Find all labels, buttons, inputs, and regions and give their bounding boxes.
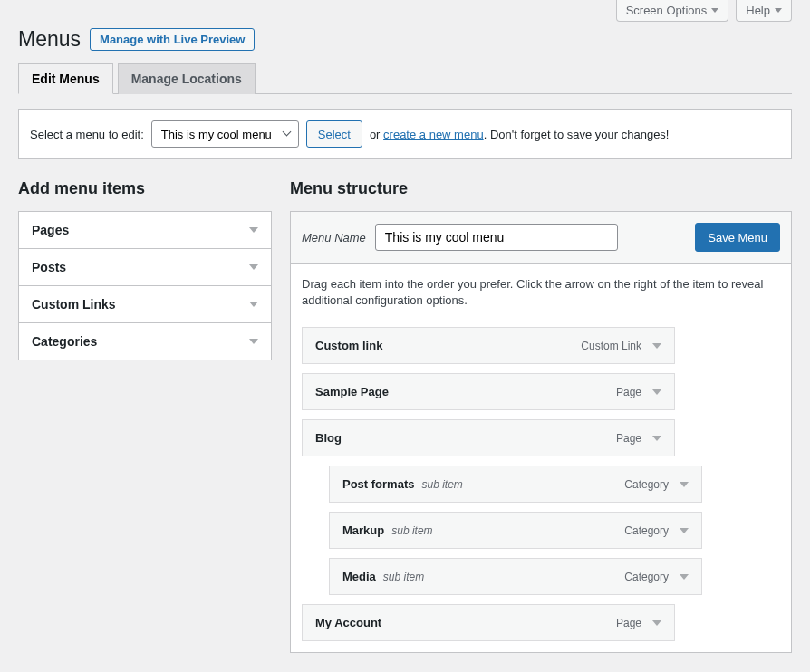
menu-name-input[interactable] <box>375 224 618 251</box>
save-menu-button[interactable]: Save Menu <box>695 223 780 252</box>
instructions-text: Drag each item into the order you prefer… <box>291 264 791 318</box>
menu-item[interactable]: Post formatssub itemCategory <box>329 466 702 503</box>
menu-name-label: Menu Name <box>302 231 366 245</box>
chevron-down-icon <box>775 8 782 13</box>
menu-structure-title: Menu structure <box>290 179 792 198</box>
chevron-down-icon[interactable] <box>680 482 689 487</box>
menu-select[interactable]: This is my cool menu <box>151 120 299 148</box>
accordion-label: Custom Links <box>32 297 116 312</box>
add-items-accordion: Pages Posts Custom Links Categories <box>18 211 272 360</box>
menu-item[interactable]: Sample PagePage <box>302 373 675 410</box>
menu-item-title: Media <box>342 570 376 583</box>
menu-item-type: Custom Link <box>581 340 641 352</box>
menu-item-type: Category <box>624 571 669 583</box>
menu-item[interactable]: Custom linkCustom Link <box>302 327 675 364</box>
accordion-custom-links[interactable]: Custom Links <box>19 286 271 323</box>
menu-select-bar: Select a menu to edit: This is my cool m… <box>18 109 792 159</box>
accordion-posts[interactable]: Posts <box>19 249 271 286</box>
menu-item-type: Page <box>616 617 641 629</box>
select-button[interactable]: Select <box>306 120 362 148</box>
live-preview-button[interactable]: Manage with Live Preview <box>90 28 255 51</box>
menu-item-title: Custom link <box>315 339 382 352</box>
chevron-down-icon[interactable] <box>652 389 661 395</box>
tab-edit-menus[interactable]: Edit Menus <box>18 63 113 94</box>
chevron-down-icon[interactable] <box>652 620 661 626</box>
chevron-down-icon <box>249 227 258 233</box>
select-menu-label: Select a menu to edit: <box>30 128 144 141</box>
chevron-down-icon[interactable] <box>652 343 661 349</box>
accordion-pages[interactable]: Pages <box>19 212 271 249</box>
menu-item-title: Markup <box>342 523 384 537</box>
create-new-menu-link[interactable]: create a new menu <box>383 128 484 141</box>
accordion-label: Categories <box>32 334 97 349</box>
menu-item-type: Category <box>624 478 669 491</box>
menu-item[interactable]: Markupsub itemCategory <box>329 512 702 549</box>
menu-item[interactable]: Mediasub itemCategory <box>329 558 702 595</box>
menu-items-list: Custom linkCustom LinkSample PagePageBlo… <box>291 327 791 652</box>
menu-item-title: Blog <box>315 431 342 445</box>
menu-item-type: Page <box>616 386 641 398</box>
accordion-label: Posts <box>32 260 66 274</box>
reminder-text: . Don't forget to save your changes! <box>484 128 670 141</box>
menu-item-sublabel: sub item <box>391 524 432 537</box>
chevron-down-icon <box>249 339 258 344</box>
menu-item-sublabel: sub item <box>383 571 424 583</box>
menu-item[interactable]: BlogPage <box>302 419 675 456</box>
menu-item-type: Category <box>624 524 669 537</box>
chevron-down-icon[interactable] <box>680 528 689 533</box>
screen-options-button[interactable]: Screen Options <box>616 0 729 22</box>
accordion-label: Pages <box>32 223 69 237</box>
help-button[interactable]: Help <box>736 0 792 22</box>
menu-item[interactable]: My AccountPage <box>302 604 675 641</box>
chevron-down-icon <box>711 8 718 13</box>
chevron-down-icon <box>249 302 258 307</box>
page-title: Menus <box>18 27 81 52</box>
menu-structure-panel: Menu Name Save Menu Drag each item into … <box>290 211 792 653</box>
chevron-down-icon[interactable] <box>652 436 661 441</box>
chevron-down-icon <box>249 264 258 270</box>
menu-item-title: My Account <box>315 616 381 629</box>
menu-item-sublabel: sub item <box>421 478 462 491</box>
menu-item-title: Post formats <box>342 477 414 491</box>
menu-item-title: Sample Page <box>315 385 389 398</box>
chevron-down-icon[interactable] <box>680 574 689 580</box>
accordion-categories[interactable]: Categories <box>19 323 271 360</box>
help-label: Help <box>746 4 770 17</box>
menu-item-type: Page <box>616 432 641 445</box>
or-text: or <box>370 128 381 141</box>
nav-tabs: Edit Menus Manage Locations <box>18 62 792 94</box>
screen-options-label: Screen Options <box>626 4 708 17</box>
tab-manage-locations[interactable]: Manage Locations <box>118 63 256 94</box>
add-menu-items-title: Add menu items <box>18 179 272 198</box>
